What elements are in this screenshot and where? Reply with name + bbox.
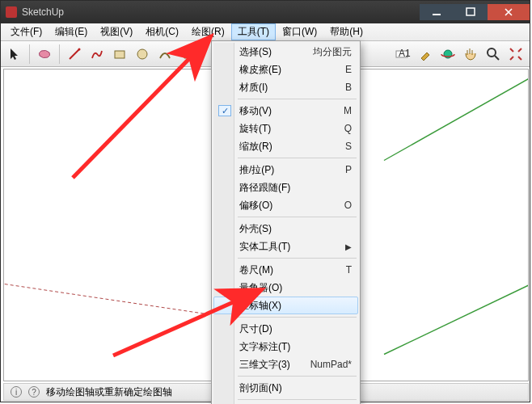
menu-tools[interactable]: 工具(T) [231, 23, 276, 40]
tool-zoom[interactable] [483, 44, 504, 65]
menu-item-protractor[interactable]: 量角器(O) [213, 279, 358, 297]
axis-red-dashed [4, 282, 206, 314]
tool-dimension[interactable]: A1 [392, 44, 413, 65]
menu-edit[interactable]: 编辑(E) [49, 23, 94, 40]
menu-item-followme[interactable]: 路径跟随(F) [213, 179, 358, 196]
status-text: 移动绘图轴或重新确定绘图轴 [46, 385, 172, 399]
tool-zoom-extents[interactable] [505, 44, 526, 65]
svg-marker-5 [183, 49, 192, 58]
axis-green [384, 69, 528, 161]
menu-camera[interactable]: 相机(C) [139, 23, 185, 40]
tool-eraser[interactable] [34, 44, 55, 65]
tool-line[interactable] [64, 44, 85, 65]
tool-arc[interactable] [154, 44, 175, 65]
svg-point-4 [137, 49, 147, 59]
menu-item-offset[interactable]: 偏移(O)O [213, 196, 358, 214]
maximize-button[interactable] [454, 4, 488, 20]
svg-rect-0 [433, 14, 441, 15]
svg-rect-1 [467, 8, 475, 15]
menu-item-dimension[interactable]: 尺寸(D) [213, 320, 358, 338]
menu-item-rotate[interactable]: 旋转(T)Q [213, 120, 358, 137]
svg-point-9 [488, 48, 496, 57]
menu-draw[interactable]: 绘图(R) [185, 23, 231, 40]
tool-rectangle[interactable] [109, 44, 130, 65]
menu-item-axes[interactable]: 坐标轴(X) [213, 297, 358, 314]
menu-file[interactable]: 文件(F) [4, 23, 49, 40]
menu-item-3dtext[interactable]: 三维文字(3)NumPad* [213, 356, 358, 373]
chevron-right-icon: ▶ [345, 242, 352, 251]
tool-freehand[interactable] [87, 44, 108, 65]
axis-green-2 [384, 266, 528, 355]
svg-text:A1: A1 [399, 48, 411, 59]
tool-select[interactable] [4, 44, 25, 65]
info-icon: i [11, 386, 22, 398]
tool-pan[interactable] [460, 44, 481, 65]
menu-item-paint[interactable]: 材质(I)B [213, 78, 358, 96]
svg-point-2 [78, 48, 81, 50]
title-text: SketchUp [22, 6, 64, 18]
menu-item-tape[interactable]: 卷尺(M)T [213, 261, 358, 279]
menu-item-scale[interactable]: 缩放(R)S [213, 137, 358, 155]
menu-help[interactable]: 帮助(H) [323, 23, 369, 40]
menu-item-eraser[interactable]: 橡皮擦(E)E [213, 61, 358, 78]
tool-polygon[interactable] [177, 44, 198, 65]
tools-dropdown: 选择(S)均分图元 橡皮擦(E)E 材质(I)B ✓移动(V)M 旋转(T)Q … [211, 40, 361, 404]
tool-orbit[interactable] [437, 44, 458, 65]
svg-rect-3 [115, 51, 125, 58]
check-icon: ✓ [218, 105, 231, 116]
tool-circle[interactable] [132, 44, 153, 65]
menu-item-pushpull[interactable]: 推/拉(P)P [213, 161, 358, 179]
close-button[interactable] [488, 4, 530, 20]
menu-item-select[interactable]: 选择(S)均分图元 [213, 43, 358, 61]
help-icon: ? [28, 386, 40, 398]
app-icon [6, 6, 17, 18]
menu-item-outer[interactable]: 外壳(S) [213, 220, 358, 238]
menu-item-move[interactable]: ✓移动(V)M [213, 102, 358, 120]
menu-item-solid[interactable]: 实体工具(T)▶ [213, 238, 358, 255]
menu-window[interactable]: 窗口(W) [276, 23, 323, 40]
menu-view[interactable]: 视图(V) [94, 23, 139, 40]
minimize-button[interactable] [420, 4, 454, 20]
menu-item-text[interactable]: 文字标注(T) [213, 338, 358, 356]
tool-paint[interactable] [415, 44, 436, 65]
menu-item-section[interactable]: 剖切面(N) [213, 379, 358, 397]
titlebar: SketchUp [1, 1, 530, 23]
menubar: 文件(F) 编辑(E) 视图(V) 相机(C) 绘图(R) 工具(T) 窗口(W… [1, 23, 530, 41]
